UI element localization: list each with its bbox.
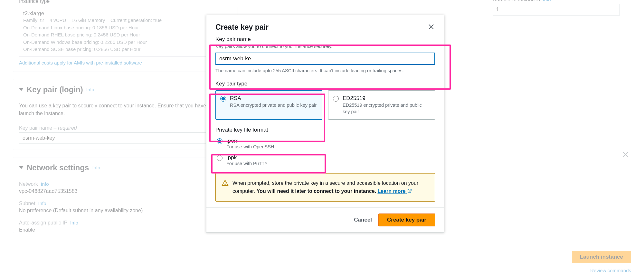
key-pair-type-label: Key pair type — [215, 81, 435, 87]
key-type-rsa-option[interactable]: RSA RSA encrypted private and public key… — [215, 90, 322, 120]
pricing-windows: On-Demand Windows base pricing: 0.2266 U… — [23, 39, 234, 46]
key-type-ed-radio[interactable] — [333, 96, 339, 102]
key-pair-section-title: Key pair (login) — [27, 85, 83, 94]
key-pair-name-hint: The name can include upto 255 ASCII char… — [215, 67, 435, 74]
key-format-label: Private key file format — [215, 127, 435, 133]
network-settings-title: Network settings — [27, 163, 89, 172]
key-format-pem-radio[interactable] — [217, 138, 223, 144]
chevron-down-icon[interactable] — [19, 88, 24, 91]
external-link-icon — [407, 188, 412, 193]
key-format-pem-option[interactable]: .pem For use with OpenSSH — [215, 136, 435, 149]
instance-vcpu: 4 vCPU — [50, 17, 66, 23]
additional-costs-link[interactable]: Additional costs apply for AMIs with pre… — [19, 60, 142, 65]
network-field-info[interactable]: Info — [41, 181, 49, 187]
num-instances-info[interactable]: Info — [543, 0, 551, 2]
warning-icon — [222, 179, 229, 186]
network-label: Network — [19, 181, 38, 187]
key-pair-name-label: Key pair name — [19, 125, 52, 131]
learn-more-link[interactable]: Learn more — [377, 188, 412, 194]
launch-instance-button[interactable]: Launch instance — [572, 251, 631, 263]
instance-memory: 16 GiB Memory — [71, 17, 105, 23]
cancel-button[interactable]: Cancel — [354, 217, 372, 223]
auto-ip-info[interactable]: Info — [70, 220, 78, 225]
chevron-down-icon[interactable] — [19, 166, 24, 169]
subnet-label: Subnet — [19, 201, 35, 206]
key-format-ppk-radio[interactable] — [217, 155, 223, 161]
key-pair-name-input-bg[interactable] — [19, 132, 238, 144]
review-commands-link[interactable]: Review commands — [590, 268, 631, 273]
create-key-pair-modal: Create key pair Key pair name Key pairs … — [206, 15, 444, 233]
key-pair-name-help: Key pairs allow you to connect to your i… — [215, 43, 435, 50]
num-instances-input[interactable] — [493, 4, 620, 15]
required-marker: required — [58, 125, 77, 131]
key-format-pem-title: .pem — [226, 138, 274, 144]
key-type-rsa-sub: RSA encrypted private and public key pai… — [230, 102, 317, 109]
pricing-suse: On-Demand SUSE base pricing: 0.2856 USD … — [23, 46, 234, 53]
key-pair-name-label: Key pair name — [215, 36, 435, 43]
close-icon[interactable] — [621, 150, 630, 159]
create-key-pair-button[interactable]: Create key pair — [378, 213, 435, 226]
key-type-ed-sub: ED25519 encrypted private and public key… — [343, 102, 430, 115]
subnet-info[interactable]: Info — [38, 201, 46, 206]
instance-type-label: Instance type — [19, 0, 316, 4]
key-format-ppk-option[interactable]: .ppk For use with PuTTY — [215, 153, 435, 166]
instance-gen: Current generation: true — [110, 17, 162, 23]
key-pair-info-link[interactable]: Info — [86, 87, 94, 92]
auto-ip-label: Auto-assign public IP — [19, 220, 67, 225]
key-format-ppk-sub: For use with PuTTY — [226, 161, 268, 166]
num-instances-label: Number of instances — [493, 0, 540, 2]
close-icon[interactable] — [427, 23, 435, 31]
pricing-linux: On-Demand Linux base pricing: 0.1856 USD… — [23, 24, 234, 32]
modal-title: Create key pair — [215, 23, 269, 32]
key-type-ed25519-option[interactable]: ED25519 ED25519 encrypted private and pu… — [328, 90, 435, 120]
warning-text-b: You will need it later to connect to you… — [257, 188, 376, 194]
instance-type-value: t2.xlarge — [23, 10, 234, 17]
key-type-rsa-radio[interactable] — [220, 96, 226, 102]
instance-family: Family: t2 — [23, 17, 44, 23]
key-format-pem-sub: For use with OpenSSH — [226, 144, 274, 149]
pricing-rhel: On-Demand RHEL base pricing: 0.2456 USD … — [23, 31, 234, 39]
key-type-ed-title: ED25519 — [343, 95, 430, 102]
network-info-link[interactable]: Info — [92, 165, 100, 170]
key-pair-name-input[interactable] — [215, 53, 435, 65]
key-format-ppk-title: .ppk — [226, 154, 268, 161]
svg-point-5 — [225, 184, 225, 184]
store-key-warning: When prompted, store the private key in … — [215, 173, 435, 202]
key-type-rsa-title: RSA — [230, 95, 317, 102]
